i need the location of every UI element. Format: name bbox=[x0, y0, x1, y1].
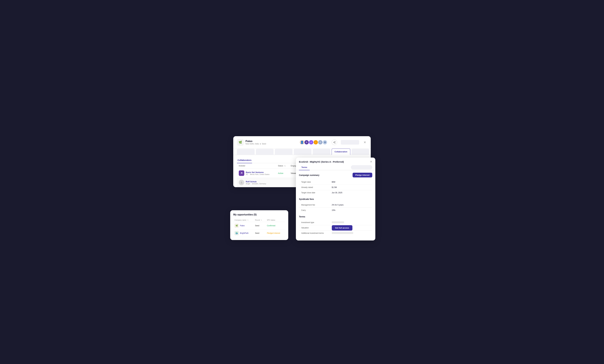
terms-value-type bbox=[330, 220, 372, 225]
opp-round-paleo: Seed bbox=[254, 222, 266, 230]
ecogrid-header: EcoGrid - MightyVC (Series A - Preferred… bbox=[296, 158, 375, 163]
opp-spv-brightpath: Pledged interest bbox=[266, 230, 285, 237]
terms-row-type: Investment type bbox=[299, 220, 372, 225]
close-main-button[interactable]: ✕ bbox=[363, 140, 367, 145]
tab-1[interactable] bbox=[237, 149, 255, 155]
campaign-summary-title: Campaign summary bbox=[299, 174, 319, 176]
investor-cell-2: Rolf Schulz Angel Dresden, Germany bbox=[237, 178, 276, 187]
sort-status-icon: ⇅ bbox=[284, 165, 286, 167]
tab-3[interactable] bbox=[275, 149, 292, 155]
svg-line-3 bbox=[334, 143, 335, 143]
tab-4[interactable] bbox=[294, 149, 312, 155]
opp-col-round[interactable]: Round ⇅ bbox=[254, 218, 266, 222]
opportunities-table: Company name ⇅ Round ⇅ SPV status bbox=[233, 218, 285, 237]
svg-point-1 bbox=[333, 142, 334, 143]
status-cell-2 bbox=[276, 178, 289, 187]
fees-row-mgmt: Management fee 2% for 5 years bbox=[299, 202, 372, 208]
search-ghost bbox=[341, 140, 359, 145]
opp-row-brightpath: 🌍 BrightPath Seed Pledged interest bbox=[233, 230, 285, 237]
get-full-access-button[interactable]: Get full access bbox=[332, 225, 352, 231]
avatar-1: 👤 bbox=[300, 140, 304, 145]
ecogrid-tabs: Terms bbox=[296, 165, 375, 170]
sort-round-icon: ⇅ bbox=[261, 219, 262, 221]
tab-5[interactable] bbox=[313, 149, 330, 155]
opp-logo-brightpath: 🌍 bbox=[235, 231, 239, 235]
opp-row-paleo: 🌿 Paleo Seed Confirmed bbox=[233, 222, 285, 230]
opp-round-brightpath: Seed bbox=[254, 230, 266, 237]
ecogrid-title: EcoGrid - MightyVC (Series A - Preferred… bbox=[299, 160, 344, 163]
avatar-2: D bbox=[304, 140, 309, 145]
avatar-3: ✓ bbox=[309, 140, 314, 145]
tab-7[interactable] bbox=[352, 149, 369, 155]
campaign-row-close: Target close date Jun 30, 2025 bbox=[299, 190, 372, 195]
terms-row-additional: Additional investment terms bbox=[299, 231, 372, 236]
terms-row-valuation: Valuation Get full access bbox=[299, 225, 372, 231]
sort-company-icon: ⇅ bbox=[247, 219, 249, 221]
syndicate-fees-table: Management fee 2% for 5 years Carry 15% bbox=[299, 202, 372, 213]
avatar-5: F bbox=[318, 140, 323, 145]
svg-point-5 bbox=[241, 182, 242, 182]
tab-collaboration[interactable]: Collaboration bbox=[332, 148, 350, 155]
avatar-6: ⚙ bbox=[323, 140, 327, 145]
opportunities-card: My opportunities (5) Company name ⇅ Roun… bbox=[230, 210, 288, 240]
blurred-investment-type bbox=[332, 221, 344, 223]
terms-value-valuation: Get full access bbox=[330, 225, 372, 231]
status-cell-1: Active bbox=[276, 169, 289, 178]
company-info: Paleo New Delhi, India ● Seed bbox=[245, 140, 298, 145]
opp-logo-paleo: 🌿 bbox=[235, 224, 239, 228]
opp-spv-paleo: Confirmed bbox=[266, 222, 285, 230]
pledge-interest-button[interactable]: Pledge interest bbox=[352, 173, 372, 177]
terms-value-additional bbox=[330, 231, 372, 236]
syndicate-fees-header: Syndicate fees bbox=[299, 198, 372, 200]
fees-row-carry: Carry 15% bbox=[299, 208, 372, 213]
campaign-row-raised: Already raised $1.5M bbox=[299, 185, 372, 190]
opp-company-paleo: 🌿 Paleo bbox=[233, 222, 254, 230]
syndicate-fees-title: Syndicate fees bbox=[299, 198, 314, 200]
header-avatars: 👤 D ✓ ⚡ F ⚙ bbox=[300, 140, 327, 145]
share-button[interactable] bbox=[332, 140, 337, 145]
investor-avatar-2 bbox=[239, 180, 244, 185]
terms-header: Terms bbox=[299, 216, 372, 218]
terms-table: Investment type Valuation Get full acces… bbox=[299, 220, 372, 236]
ecogrid-modal: EcoGrid - MightyVC (Series A - Preferred… bbox=[296, 158, 375, 241]
company-meta: New Delhi, India ● Seed bbox=[245, 143, 298, 145]
investor-logo-1 bbox=[239, 170, 244, 176]
tab-2[interactable] bbox=[256, 149, 274, 155]
ecogrid-body: Campaign summary Pledge interest Target … bbox=[296, 170, 375, 241]
opp-company-brightpath: 🌍 BrightPath bbox=[233, 230, 254, 237]
svg-point-2 bbox=[335, 143, 335, 143]
terms-title: Terms bbox=[299, 216, 305, 218]
close-ecogrid-button[interactable]: ✕ bbox=[370, 160, 372, 163]
svg-point-0 bbox=[335, 141, 335, 142]
blurred-additional-terms bbox=[332, 232, 353, 234]
investor-info-2: Rolf Schulz Angel Dresden, Germany bbox=[246, 181, 266, 185]
investor-info-1: Basis Set Ventures VC Menlo Park, United… bbox=[246, 171, 269, 175]
campaign-row-target: Target raise $5M bbox=[299, 179, 372, 185]
opportunities-title: My opportunities (5) bbox=[233, 213, 285, 216]
sub-tab-collaborators[interactable]: Collaborators bbox=[237, 158, 252, 163]
eco-tab-terms[interactable]: Terms bbox=[299, 165, 310, 170]
company-logo: 🌿 bbox=[237, 139, 244, 146]
avatar-4: ⚡ bbox=[313, 140, 318, 145]
svg-line-4 bbox=[334, 142, 335, 142]
card-header: 🌿 Paleo New Delhi, India ● Seed 👤 D ✓ ⚡ … bbox=[233, 136, 371, 148]
campaign-summary-table: Target raise $5M Already raised $1.5M Ta… bbox=[299, 179, 372, 195]
company-name: Paleo bbox=[245, 140, 298, 143]
campaign-summary-header: Campaign summary Pledge interest bbox=[299, 173, 372, 177]
opp-col-spv: SPV status bbox=[266, 218, 285, 222]
col-investor: Investor bbox=[237, 163, 276, 169]
eco-tab-ghost bbox=[351, 165, 372, 170]
col-status[interactable]: Status ⇅ bbox=[276, 163, 289, 169]
opp-col-company[interactable]: Company name ⇅ bbox=[233, 218, 254, 222]
main-tabs: Collaboration bbox=[233, 148, 371, 155]
investor-cell-1: Basis Set Ventures VC Menlo Park, United… bbox=[237, 169, 276, 178]
